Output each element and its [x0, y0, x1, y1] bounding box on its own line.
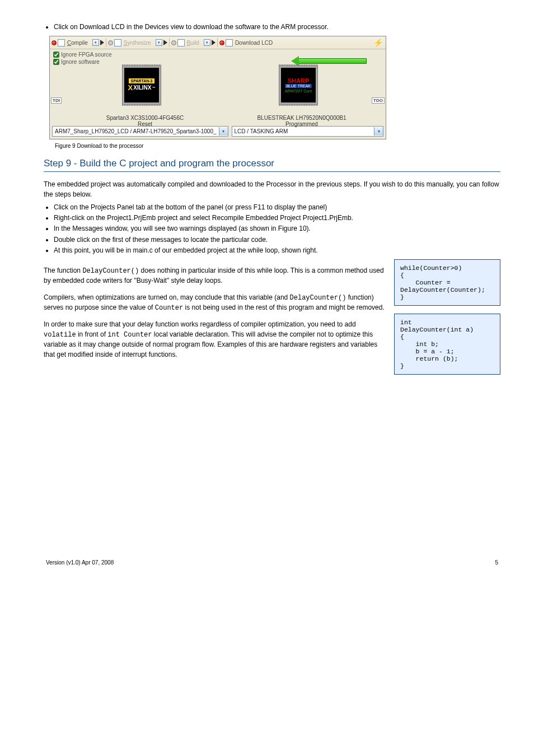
list-item: Click on the Projects Panel tab at the b… — [54, 203, 500, 212]
toolbar: CCompileompile ▾ Synthesize ▾ Build — [50, 36, 386, 49]
sheet-icon — [58, 39, 65, 46]
list-item: Right-click on the Project1.PrjEmb proje… — [54, 213, 500, 222]
build-dropdown[interactable]: ▾ — [204, 39, 210, 46]
download-button[interactable]: Download LCD — [234, 40, 274, 46]
section-intro: The embedded project was automatically c… — [44, 180, 500, 199]
synth-status-led — [108, 40, 113, 45]
download-arrow-icon — [298, 58, 367, 64]
project-config-combo[interactable]: ARM7_Sharp_LH79520_LCD / ARM7-LH79520_Sp… — [52, 126, 228, 137]
arm-core-label: ARM720T Core — [285, 89, 312, 93]
processor-part-label: BLUESTREAK LH79520N0Q000B1 — [246, 115, 358, 121]
code-snippet-delaycounter: int DelayCounter(int a) { int b; b = a -… — [394, 314, 500, 375]
tdi-label: TDI — [51, 97, 62, 104]
paragraph: Compilers, when optimizations are turned… — [44, 293, 386, 314]
build-status-led — [171, 40, 176, 45]
figure-caption: Figure 9 Download to the processor — [55, 143, 500, 149]
xilinx-logo: XXILINX™ — [128, 83, 156, 92]
synth-run-icon[interactable] — [163, 40, 167, 45]
processor-chip[interactable]: SHARP BLUE TREAK ARM720T Core — [278, 66, 318, 104]
tdo-label: TDO — [372, 97, 385, 104]
chevron-down-icon[interactable]: ▾ — [374, 127, 383, 136]
ignore-fpga-checkbox[interactable]: Ignore FPGA source — [53, 52, 112, 58]
download-status-led — [219, 40, 224, 45]
devices-view-screenshot: CCompileompile ▾ Synthesize ▾ Build — [49, 36, 500, 149]
list-item: In the Messages window, you will see two… — [54, 224, 500, 233]
list-item: At this point, you will be in main.c of … — [54, 246, 500, 255]
sheet-icon — [177, 39, 185, 46]
sheet-icon — [114, 39, 121, 46]
lightning-icon[interactable]: ⚡ — [373, 38, 384, 47]
footer-version: Version (v1.0) Apr 07, 2008 — [46, 559, 114, 566]
compile-run-icon[interactable] — [100, 40, 104, 45]
fpga-part-label: Spartan3 XC3S1000-4FG456C — [89, 115, 201, 121]
fpga-chip[interactable]: SPARTAN-3 XXILINX™ — [121, 66, 162, 104]
synthesize-button[interactable]: Synthesize — [123, 40, 152, 46]
processor-status-label: Programmed — [246, 121, 358, 127]
spartan-badge: SPARTAN-3 — [129, 78, 154, 83]
sheet-icon — [226, 39, 233, 46]
bullet-download-step: Click on Download LCD in the Devices vie… — [54, 22, 500, 31]
code-snippet-while: while(Counter>0) { Counter = DelayCounte… — [394, 259, 500, 306]
list-item: Double click on the first of these messa… — [54, 235, 500, 244]
section-divider — [44, 171, 500, 172]
paragraph: In order to make sure that your delay fu… — [44, 320, 386, 360]
compile-dropdown[interactable]: ▾ — [92, 39, 99, 46]
synth-dropdown[interactable]: ▾ — [156, 39, 162, 46]
build-button[interactable]: Build — [186, 40, 200, 46]
ignore-software-checkbox[interactable]: Ignore software — [53, 59, 112, 65]
chevron-down-icon[interactable]: ▾ — [219, 127, 228, 136]
fpga-status-label: Reset — [89, 121, 201, 127]
step-bullets: Click on the Projects Panel tab at the b… — [44, 203, 500, 255]
section-heading: Step 9 - Build the C project and program… — [44, 158, 500, 169]
build-run-icon[interactable] — [212, 40, 216, 45]
sharp-logo: SHARP — [288, 77, 310, 84]
compile-button[interactable]: CCompileompile — [66, 40, 89, 46]
bluestreak-badge: BLUE TREAK — [285, 84, 312, 88]
footer-page-number: 5 — [495, 559, 498, 566]
compile-status-led — [51, 40, 57, 45]
toolchain-combo[interactable]: LCD / TASKING ARM ▾ — [232, 126, 383, 137]
paragraph: The function DelayCounter() does nothing… — [44, 266, 386, 286]
